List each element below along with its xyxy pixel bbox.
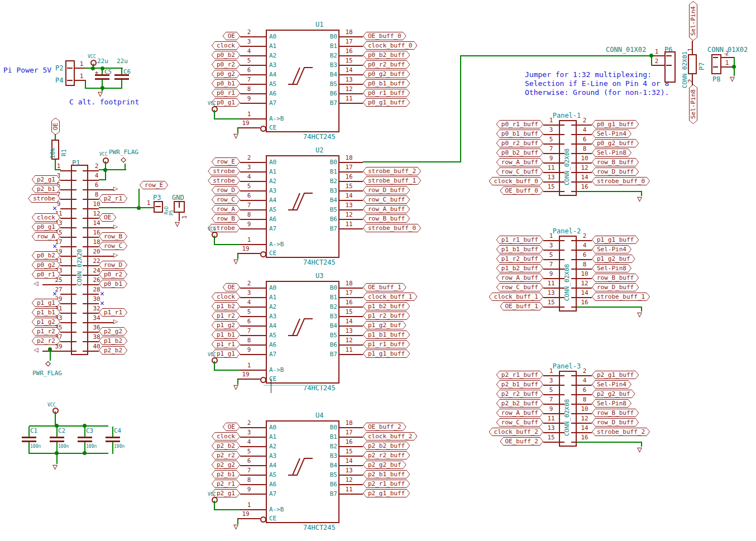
net-label[interactable]: row_D xyxy=(212,186,240,194)
net-label[interactable]: row_B xyxy=(212,214,240,223)
p2-p4-connector[interactable] xyxy=(65,60,75,86)
net-label[interactable]: strobe_buff_2 xyxy=(592,428,650,436)
buffer-chip[interactable]: U3 74HCT245 2 A0 OE 3 xyxy=(207,271,447,396)
net-label[interactable]: row_C_buff xyxy=(496,167,543,176)
net-label[interactable]: Sel-Pin4 xyxy=(592,245,631,253)
net-label[interactable]: row_B_buff xyxy=(363,214,410,223)
row-e-net-label[interactable]: row_E xyxy=(140,181,168,189)
p7-connector[interactable] xyxy=(688,54,697,74)
net-label[interactable]: p1_b2_buff xyxy=(496,264,543,272)
net-label[interactable]: OE xyxy=(223,32,240,40)
net-label[interactable]: p2_g1_buff xyxy=(592,371,639,379)
net-label[interactable]: Sel-Pin4 xyxy=(592,130,631,138)
net-label[interactable]: p2_r2_buff xyxy=(363,451,410,459)
sel-pin4-net-label[interactable]: Sel-Pin4 xyxy=(689,1,697,41)
net-label[interactable]: p2_r1 xyxy=(212,480,240,488)
net-label[interactable]: p0_b2 xyxy=(212,51,240,59)
capacitor-plate[interactable] xyxy=(95,74,109,76)
net-label[interactable]: p2_b1_buff xyxy=(363,470,410,478)
net-label[interactable]: p2_b2 xyxy=(212,442,240,450)
net-label[interactable]: row_C xyxy=(212,195,240,204)
net-label[interactable]: p0_r2_buff xyxy=(496,139,543,147)
capacitor-plate[interactable] xyxy=(114,74,129,76)
net-label[interactable]: OE_buff_1 xyxy=(500,302,543,310)
net-label[interactable]: row_D_buff xyxy=(592,418,639,427)
net-label[interactable]: clock_buff_0 xyxy=(489,177,543,185)
net-label[interactable]: p0_b1_buff xyxy=(363,79,410,88)
net-label[interactable]: OE_buff_1 xyxy=(363,283,406,291)
net-label[interactable]: p2_g1 xyxy=(212,489,240,497)
net-label[interactable]: Sel-Pin8 xyxy=(592,264,631,272)
net-label[interactable]: p1_b1_buff xyxy=(363,331,410,339)
net-label[interactable]: row_A_buff xyxy=(496,409,543,417)
net-label[interactable]: p0_g2_buff xyxy=(363,70,410,78)
net-label[interactable]: p2_b2 xyxy=(99,346,127,355)
net-label[interactable]: p2_b2_buff xyxy=(496,399,543,408)
net-label[interactable]: strobe_buff_1 xyxy=(592,293,650,301)
net-label[interactable]: p0_g2 xyxy=(212,70,240,78)
net-label[interactable]: p2_r2_buff xyxy=(496,390,543,398)
net-label[interactable]: p1_g1_buff xyxy=(592,236,639,244)
panel-connector[interactable]: Panel-1 CONN_02X08 1 p0_r1_buff 3 xyxy=(497,112,664,209)
net-label[interactable]: p1_g1_buff xyxy=(363,350,410,358)
net-label[interactable]: p2_b2_buff xyxy=(363,442,410,450)
net-label[interactable]: p2_r1_buff xyxy=(363,480,410,488)
net-label[interactable]: clock xyxy=(212,293,240,301)
net-label[interactable]: strobe_buff_1 xyxy=(363,176,421,185)
net-label[interactable]: p0_g1 xyxy=(212,98,240,107)
net-label[interactable]: Sel-Pin4 xyxy=(592,380,631,389)
net-label[interactable]: p2_g2_buf xyxy=(592,390,635,398)
net-label[interactable]: row_D_buff xyxy=(592,167,639,176)
net-label[interactable]: OE_buff_2 xyxy=(500,437,543,446)
net-label[interactable]: OE_buff_0 xyxy=(363,32,406,40)
net-label[interactable]: p1_b1 xyxy=(212,331,240,339)
net-label[interactable]: strobe_buff_0 xyxy=(363,224,421,232)
net-label[interactable]: row_E xyxy=(212,157,240,166)
net-label[interactable]: strobe_buff_2 xyxy=(363,167,421,175)
net-label[interactable]: p1_r1_buff xyxy=(496,236,543,244)
net-label[interactable]: p1_r2_buff xyxy=(496,255,543,263)
net-label[interactable]: p0_r1_buff xyxy=(496,120,543,128)
net-label[interactable]: OE_buff_0 xyxy=(500,186,543,195)
net-label[interactable]: p0_r1_buff xyxy=(363,89,410,97)
panel-connector[interactable]: Panel-3 CONN_02X08 1 p2_r1_buff 3 xyxy=(497,362,664,460)
net-label[interactable]: Sel-Pin8 xyxy=(592,149,631,157)
net-label[interactable]: p2_b1_buff xyxy=(496,380,543,389)
net-label[interactable]: p1_g2_buf xyxy=(363,321,406,329)
capacitor[interactable]: C4 100n xyxy=(106,425,139,456)
net-label[interactable]: p1_b2_buff xyxy=(363,302,410,310)
net-label[interactable]: p1_r1_buff xyxy=(363,340,410,348)
net-label[interactable]: p0_r1 xyxy=(212,89,240,97)
net-label[interactable]: p0_b2_buff xyxy=(363,51,410,59)
net-label[interactable]: OE_buff_2 xyxy=(363,423,406,431)
net-label[interactable]: row_B_buff xyxy=(592,158,639,166)
net-label[interactable]: p0_b1 xyxy=(212,79,240,88)
buffer-chip[interactable]: U1 74HCT245 2 A0 OE 3 xyxy=(207,20,447,145)
net-label[interactable]: row_B_buff xyxy=(592,409,639,417)
net-label[interactable]: p2_g2_buf xyxy=(363,461,406,469)
net-label[interactable]: p0_g2_buff xyxy=(592,139,639,147)
net-label[interactable]: p1_r2 xyxy=(212,312,240,320)
net-label[interactable]: strobe xyxy=(208,176,240,185)
net-label[interactable]: p1_b1_buff xyxy=(496,245,543,253)
net-label[interactable]: clock xyxy=(212,41,240,50)
net-label[interactable]: row_A xyxy=(212,205,240,213)
net-label[interactable]: p1_r2_buff xyxy=(363,312,410,320)
net-label[interactable]: row_A_buff xyxy=(496,274,543,282)
net-label[interactable]: p1_r1 xyxy=(212,340,240,348)
net-label[interactable]: clock_buff_2 xyxy=(363,432,417,441)
net-label[interactable]: row_A_buff xyxy=(496,158,543,166)
net-label[interactable]: p0_g1_buff xyxy=(592,120,639,128)
net-label[interactable]: p1_b2 xyxy=(212,302,240,310)
net-label[interactable]: row_C_buff xyxy=(496,418,543,427)
net-label[interactable]: p0_g1_buff xyxy=(363,98,410,107)
net-label[interactable]: p1_g2_buf xyxy=(592,255,635,263)
net-label[interactable]: p0_b1_buff xyxy=(496,130,543,138)
net-label[interactable]: p2_r1_buff xyxy=(496,371,543,379)
net-label[interactable]: strobe xyxy=(208,167,240,175)
net-label[interactable]: clock_buff_2 xyxy=(489,428,543,436)
net-label[interactable]: row_A_buff xyxy=(363,205,410,213)
net-label[interactable]: row_C_buff xyxy=(496,283,543,291)
oe-net-label[interactable]: OE xyxy=(51,118,60,135)
net-label[interactable]: clock_buff_1 xyxy=(363,293,417,301)
